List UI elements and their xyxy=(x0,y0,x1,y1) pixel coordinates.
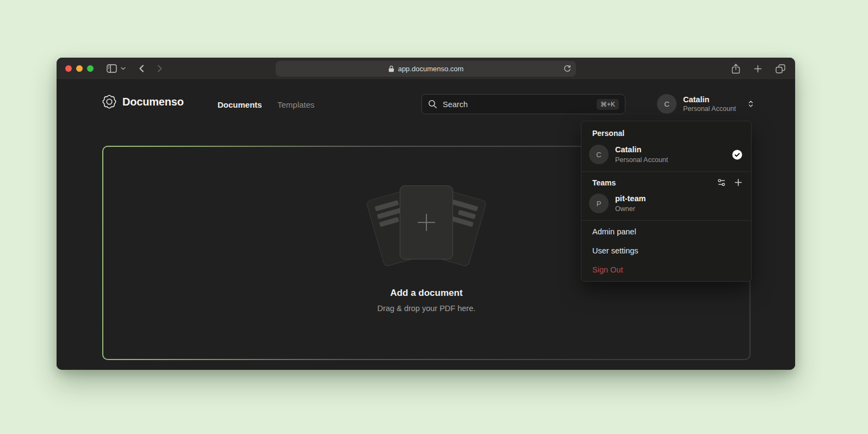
account-menu-trigger[interactable]: C Catalin Personal Account xyxy=(657,94,755,114)
dropzone-title: Add a document xyxy=(390,288,462,299)
brand-logo[interactable]: Documenso xyxy=(102,95,184,109)
check-circle-icon xyxy=(732,150,742,160)
new-tab-icon[interactable] xyxy=(754,65,762,73)
account-subtitle: Personal Account xyxy=(683,105,736,113)
document-card-center xyxy=(400,185,453,259)
address-bar[interactable]: app.documenso.com xyxy=(276,61,576,77)
close-window-button[interactable] xyxy=(65,65,72,72)
team-avatar: P xyxy=(589,194,609,213)
account-name: Catalin xyxy=(683,95,736,104)
dropdown-divider xyxy=(581,171,751,172)
document-stack-illustration xyxy=(367,185,486,268)
create-team-plus-icon[interactable] xyxy=(734,178,742,187)
personal-account-name: Catalin xyxy=(615,145,668,154)
app-content: Documenso Documents Templates Search ⌘+K… xyxy=(57,80,795,370)
brand-name: Documenso xyxy=(122,96,184,108)
nav-templates[interactable]: Templates xyxy=(277,100,314,109)
reload-icon[interactable] xyxy=(563,65,571,73)
menu-item-admin-panel[interactable]: Admin panel xyxy=(581,222,751,241)
minimize-window-button[interactable] xyxy=(76,65,83,72)
tab-overview-icon[interactable] xyxy=(776,64,785,73)
dropzone-subtitle: Drag & drop your PDF here. xyxy=(377,304,476,313)
chevrons-up-down-icon xyxy=(747,100,755,108)
nav-documents[interactable]: Documents xyxy=(218,100,262,109)
dropdown-personal-account-item[interactable]: C Catalin Personal Account xyxy=(581,140,751,170)
plus-icon xyxy=(414,210,439,235)
search-icon xyxy=(428,100,437,109)
share-icon[interactable] xyxy=(731,64,740,74)
avatar: C xyxy=(589,145,609,164)
back-button[interactable] xyxy=(138,64,145,73)
dropdown-divider xyxy=(581,220,751,221)
lock-icon xyxy=(388,65,394,72)
dropdown-personal-label: Personal xyxy=(581,124,751,140)
search-input[interactable]: Search ⌘+K xyxy=(421,94,625,114)
manage-teams-icon[interactable] xyxy=(717,178,726,187)
browser-titlebar: app.documenso.com xyxy=(57,58,795,80)
dropdown-teams-label: Teams xyxy=(592,178,616,187)
search-shortcut-badge: ⌘+K xyxy=(597,99,619,110)
avatar: C xyxy=(657,94,677,114)
sidebar-toggle-button[interactable] xyxy=(107,64,117,73)
sidebar-chevron-icon[interactable] xyxy=(121,67,126,70)
forward-button[interactable] xyxy=(156,64,164,73)
search-placeholder: Search xyxy=(443,100,591,109)
personal-account-subtitle: Personal Account xyxy=(615,156,668,164)
dropdown-team-item[interactable]: P pit-team Owner xyxy=(581,189,751,219)
desktop: app.documenso.com xyxy=(0,0,868,434)
team-name: pit-team xyxy=(615,194,646,203)
zoom-window-button[interactable] xyxy=(87,65,94,72)
menu-item-sign-out[interactable]: Sign Out xyxy=(581,261,751,280)
browser-window: app.documenso.com xyxy=(57,58,795,370)
menu-item-user-settings[interactable]: User settings xyxy=(581,241,751,261)
account-dropdown-menu: Personal C Catalin Personal Account xyxy=(581,121,752,282)
window-controls xyxy=(65,65,94,72)
url-text: app.documenso.com xyxy=(398,65,464,73)
documenso-rosette-icon xyxy=(102,95,116,109)
team-role: Owner xyxy=(615,205,646,213)
